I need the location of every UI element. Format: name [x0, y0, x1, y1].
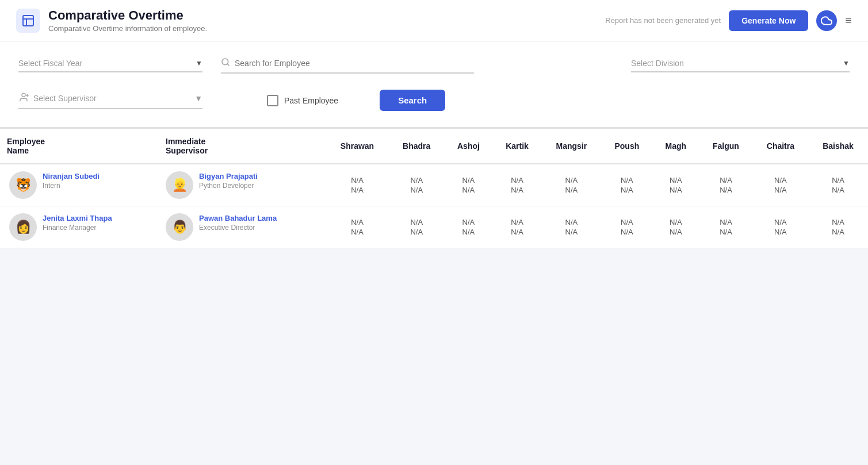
past-employee-label: Past Employee	[284, 96, 338, 105]
employee-name[interactable]: Niranjan Subedi	[43, 171, 100, 182]
month-val-2: N/A	[451, 228, 485, 236]
month-cell-1-3: N/A N/A	[492, 206, 541, 248]
cloud-sync-icon[interactable]	[816, 10, 837, 31]
month-cell-0-6: N/A N/A	[652, 164, 699, 206]
supervisor-name[interactable]: Bigyan Prajapati	[199, 171, 258, 182]
supervisor-avatar: 👨	[166, 213, 193, 241]
col-mangsir: Mangsir	[542, 128, 602, 164]
report-status: Report has not been generated yet	[605, 16, 721, 25]
month-val-1: N/A	[549, 176, 595, 185]
month-val-2: N/A	[549, 186, 595, 194]
page-icon	[16, 9, 40, 33]
col-immediate-supervisor: ImmediateSupervisor	[159, 128, 326, 164]
past-employee-wrap: Past Employee	[267, 95, 338, 106]
svg-line-4	[227, 64, 229, 66]
month-val-1: N/A	[760, 218, 801, 226]
month-val-1: N/A	[608, 176, 645, 185]
employee-role: Finance Manager	[43, 224, 112, 232]
filter-row-1: Select Fiscal Year ▼ Select Division ▼	[18, 57, 850, 74]
month-val-1: N/A	[451, 218, 485, 226]
supervisor-role: Executive Director	[199, 224, 277, 232]
month-val-1: N/A	[659, 218, 692, 226]
month-val-1: N/A	[760, 176, 801, 185]
month-val-2: N/A	[499, 228, 534, 236]
col-ashoj: Ashoj	[444, 128, 492, 164]
month-val-2: N/A	[549, 228, 595, 236]
month-val-1: N/A	[396, 176, 437, 185]
employee-cell-1: 👩 Jenita Laxmi Thapa Finance Manager	[0, 206, 159, 248]
fiscal-year-select[interactable]: Select Fiscal Year ▼	[18, 59, 202, 72]
employee-name[interactable]: Jenita Laxmi Thapa	[43, 213, 112, 224]
month-val-2: N/A	[706, 228, 745, 236]
supervisor-chevron: ▼	[194, 94, 202, 103]
search-icon	[221, 57, 230, 69]
fiscal-year-placeholder: Select Fiscal Year	[18, 59, 82, 68]
month-cell-1-7: N/A N/A	[699, 206, 752, 248]
page-header: Comparative Overtime Comparative Overtim…	[0, 0, 868, 41]
supervisor-role: Python Developer	[199, 182, 258, 190]
division-select[interactable]: Select Division ▼	[631, 59, 850, 72]
past-employee-checkbox[interactable]	[267, 95, 278, 106]
month-val-1: N/A	[332, 176, 382, 185]
fiscal-year-chevron: ▼	[196, 59, 202, 67]
employee-avatar: 👩	[9, 213, 37, 241]
generate-now-button[interactable]: Generate Now	[729, 10, 808, 31]
supervisor-name[interactable]: Pawan Bahadur Lama	[199, 213, 277, 224]
division-chevron: ▼	[843, 59, 850, 67]
month-val-1: N/A	[706, 176, 745, 185]
month-cell-1-5: N/A N/A	[601, 206, 652, 248]
month-val-2: N/A	[332, 228, 382, 236]
month-val-1: N/A	[608, 218, 645, 226]
employee-avatar: 🐯	[9, 171, 37, 199]
month-val-2: N/A	[396, 186, 437, 194]
month-cell-1-4: N/A N/A	[542, 206, 602, 248]
col-chaitra: Chaitra	[753, 128, 808, 164]
division-placeholder: Select Division	[631, 59, 684, 68]
month-cell-0-5: N/A N/A	[601, 164, 652, 206]
header-left: Comparative Overtime Comparative Overtim…	[16, 8, 207, 33]
month-val-2: N/A	[815, 186, 861, 194]
month-cell-1-9: N/A N/A	[808, 206, 868, 248]
month-val-1: N/A	[499, 218, 534, 226]
month-val-1: N/A	[815, 218, 861, 226]
month-cell-0-4: N/A N/A	[542, 164, 602, 206]
supervisor-cell-1: 👨 Pawan Bahadur Lama Executive Director	[159, 206, 326, 248]
supervisor-placeholder: Select Supervisor	[33, 94, 190, 103]
supervisor-select[interactable]: Select Supervisor ▼	[18, 92, 202, 109]
month-cell-0-7: N/A N/A	[699, 164, 752, 206]
col-shrawan: Shrawan	[326, 128, 389, 164]
month-val-1: N/A	[451, 176, 485, 185]
month-val-1: N/A	[396, 218, 437, 226]
employee-search-input[interactable]	[235, 59, 474, 68]
month-cell-1-8: N/A N/A	[753, 206, 808, 248]
search-button[interactable]: Search	[380, 90, 445, 111]
month-val-2: N/A	[706, 186, 745, 194]
month-cell-0-9: N/A N/A	[808, 164, 868, 206]
month-cell-0-3: N/A N/A	[492, 164, 541, 206]
month-val-2: N/A	[332, 186, 382, 194]
month-val-2: N/A	[760, 228, 801, 236]
table-row: 🐯 Niranjan Subedi Intern 👱 Bigyan Prajap…	[0, 164, 868, 206]
month-cell-0-2: N/A N/A	[444, 164, 492, 206]
month-val-2: N/A	[659, 186, 692, 194]
month-cell-1-2: N/A N/A	[444, 206, 492, 248]
page-title: Comparative Overtime	[48, 8, 207, 23]
filter-row-2: Select Supervisor ▼ Past Employee Search	[18, 90, 850, 111]
employee-search-bar[interactable]	[221, 57, 474, 74]
col-baishak: Baishak	[808, 128, 868, 164]
month-val-2: N/A	[815, 228, 861, 236]
col-falgun: Falgun	[699, 128, 752, 164]
employee-role: Intern	[43, 182, 100, 190]
table-header-row: EmployeeName ImmediateSupervisor Shrawan…	[0, 128, 868, 164]
supervisor-icon	[18, 92, 29, 105]
month-val-1: N/A	[332, 218, 382, 226]
col-employee-name: EmployeeName	[0, 128, 159, 164]
supervisor-cell-0: 👱 Bigyan Prajapati Python Developer	[159, 164, 326, 206]
month-val-2: N/A	[451, 186, 485, 194]
menu-icon[interactable]: ≡	[845, 14, 852, 27]
month-cell-1-6: N/A N/A	[652, 206, 699, 248]
page-subtitle: Comparative Overtime information of empl…	[48, 24, 207, 33]
header-right: Report has not been generated yet Genera…	[605, 10, 852, 31]
month-cell-0-1: N/A N/A	[389, 164, 444, 206]
month-val-2: N/A	[608, 228, 645, 236]
